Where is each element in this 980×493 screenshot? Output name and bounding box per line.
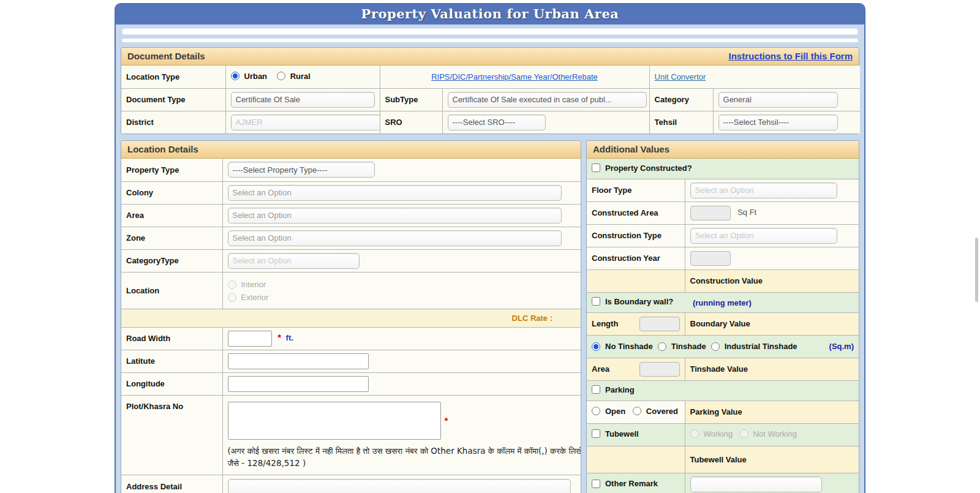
property-constructed-checkbox[interactable] bbox=[592, 164, 600, 172]
covered-label: Covered bbox=[646, 407, 678, 416]
unit-convertor-link[interactable]: Unit Convertor bbox=[655, 72, 706, 81]
tubewell-row: Tubewell Working Not Working bbox=[587, 423, 859, 446]
parking-option[interactable]: Parking bbox=[592, 385, 635, 394]
boundary-value-label: Boundary Value bbox=[685, 312, 859, 335]
working-option[interactable]: Working bbox=[690, 429, 733, 438]
property-type-row: Property Type bbox=[121, 159, 581, 181]
tehsil-select[interactable] bbox=[718, 115, 838, 130]
other-remark-checkbox[interactable] bbox=[592, 480, 600, 488]
interior-radio-option[interactable]: Interior bbox=[228, 280, 576, 289]
construction-type-label: Construction Type bbox=[587, 224, 685, 247]
plot-khasra-textarea[interactable] bbox=[228, 402, 441, 440]
boundary-wall-row: Is Boundary wall? (running meter) bbox=[587, 292, 859, 312]
exterior-radio[interactable] bbox=[228, 293, 236, 302]
instructions-link[interactable]: Instructions to Fill this Form bbox=[729, 51, 853, 61]
rural-radio-option[interactable]: Rural bbox=[277, 72, 311, 81]
zone-label: Zone bbox=[121, 227, 222, 249]
categorytype-input[interactable] bbox=[228, 253, 360, 269]
no-tinshade-label: No Tinshade bbox=[605, 342, 653, 351]
address-detail-input[interactable] bbox=[228, 479, 571, 493]
browser-scrollbar-thumb[interactable] bbox=[975, 238, 978, 302]
colony-label: Colony bbox=[121, 181, 222, 204]
rebate-link[interactable]: RIPS/DIC/Partnership/Same Year/OtherReba… bbox=[431, 72, 598, 81]
top-strip bbox=[122, 28, 858, 35]
road-width-input[interactable] bbox=[228, 331, 272, 347]
longitude-input[interactable] bbox=[228, 376, 369, 392]
location-label: Location bbox=[121, 272, 222, 309]
no-tinshade-radio[interactable] bbox=[592, 342, 600, 351]
location-details-table: Property Type Colony Area Zone bbox=[121, 159, 581, 493]
tubewell-option[interactable]: Tubewell bbox=[592, 429, 639, 438]
road-width-unit: ft. bbox=[286, 333, 293, 342]
rural-radio[interactable] bbox=[277, 72, 285, 80]
floor-type-select[interactable] bbox=[690, 183, 837, 198]
working-radio[interactable] bbox=[690, 429, 699, 438]
floor-type-label: Floor Type bbox=[587, 179, 685, 201]
additional-values-title: Additional Values bbox=[593, 144, 669, 154]
colony-input[interactable] bbox=[228, 185, 562, 201]
covered-radio[interactable] bbox=[633, 407, 641, 415]
tubewell-checkbox[interactable] bbox=[592, 429, 600, 438]
parking-checkbox[interactable] bbox=[592, 385, 600, 394]
construction-type-row: Construction Type bbox=[587, 224, 859, 247]
latitude-input[interactable] bbox=[228, 353, 369, 369]
tinshade-area-row: Area Tinshade Value bbox=[587, 358, 859, 380]
construction-year-input[interactable] bbox=[690, 251, 731, 266]
covered-option[interactable]: Covered bbox=[633, 407, 678, 416]
tinshade-label: Tinshade bbox=[671, 342, 706, 351]
top-strip-secondary bbox=[122, 39, 858, 42]
not-working-label: Not Working bbox=[753, 429, 797, 438]
no-tinshade-option[interactable]: No Tinshade bbox=[592, 342, 653, 351]
industrial-tinshade-radio[interactable] bbox=[711, 342, 720, 351]
running-meter-note: (running meter) bbox=[693, 298, 752, 307]
tinshade-area-input[interactable] bbox=[639, 362, 680, 377]
dlc-rate-row: DLC Rate : bbox=[121, 309, 581, 327]
tinshade-radio[interactable] bbox=[658, 342, 666, 351]
document-details-section: Document Details Instructions to Fill th… bbox=[121, 47, 859, 134]
not-working-radio[interactable] bbox=[740, 429, 748, 438]
additional-values-table: Property Constructed? Floor Type Constru… bbox=[587, 159, 859, 493]
district-input[interactable] bbox=[231, 115, 380, 130]
khasra-note: (अगर कोई खसरा नंबर लिस्ट में नही मिलता ह… bbox=[228, 445, 581, 470]
constructed-area-input[interactable] bbox=[690, 206, 731, 220]
constructed-area-label: Constructed Area bbox=[587, 201, 685, 224]
location-details-header: Location Details bbox=[121, 141, 581, 159]
area-label: Area bbox=[121, 204, 222, 227]
boundary-wall-checkbox[interactable] bbox=[592, 297, 600, 306]
length-input[interactable] bbox=[639, 317, 680, 331]
interior-label: Interior bbox=[241, 280, 266, 289]
sro-select[interactable] bbox=[448, 115, 546, 130]
area-row: Area bbox=[121, 204, 581, 227]
other-remark-option[interactable]: Other Remark bbox=[592, 479, 658, 488]
document-type-input[interactable] bbox=[231, 92, 375, 108]
sqm-note: (Sq.m) bbox=[829, 342, 854, 351]
document-type-label: Document Type bbox=[121, 88, 225, 111]
boundary-wall-option[interactable]: Is Boundary wall? bbox=[592, 297, 673, 306]
other-remark-input[interactable] bbox=[690, 476, 822, 492]
area-input[interactable] bbox=[228, 208, 562, 224]
industrial-tinshade-option[interactable]: Industrial Tinshade bbox=[711, 342, 797, 351]
exterior-radio-option[interactable]: Exterior bbox=[228, 293, 569, 302]
tinshade-option[interactable]: Tinshade bbox=[658, 342, 706, 351]
length-row: Length Boundary Value bbox=[587, 312, 859, 335]
plot-khasra-row: Plot/Khasra No * (अगर कोई खसरा नंबर लिस्… bbox=[121, 395, 581, 475]
document-details-table: Location Type Urban Rural bbox=[121, 66, 860, 134]
construction-type-select[interactable] bbox=[690, 228, 837, 244]
category-input[interactable] bbox=[718, 92, 838, 108]
category-label: Category bbox=[649, 88, 713, 111]
zone-input[interactable] bbox=[228, 230, 562, 246]
interior-radio[interactable] bbox=[228, 280, 236, 289]
parking-row: Parking bbox=[587, 380, 859, 401]
urban-radio[interactable] bbox=[231, 72, 239, 80]
property-constructed-option[interactable]: Property Constructed? bbox=[592, 164, 692, 173]
not-working-option[interactable]: Not Working bbox=[740, 429, 797, 438]
other-remark-row: Other Remark bbox=[587, 473, 859, 493]
subtype-label: SubType bbox=[380, 88, 442, 111]
subtype-input[interactable] bbox=[448, 92, 647, 108]
property-type-select[interactable] bbox=[228, 162, 375, 178]
boundary-wall-label: Is Boundary wall? bbox=[605, 297, 673, 306]
district-row: District SRO Tehsil bbox=[121, 111, 860, 134]
open-option[interactable]: Open bbox=[592, 407, 625, 416]
open-radio[interactable] bbox=[592, 407, 600, 415]
urban-radio-option[interactable]: Urban bbox=[231, 72, 268, 81]
